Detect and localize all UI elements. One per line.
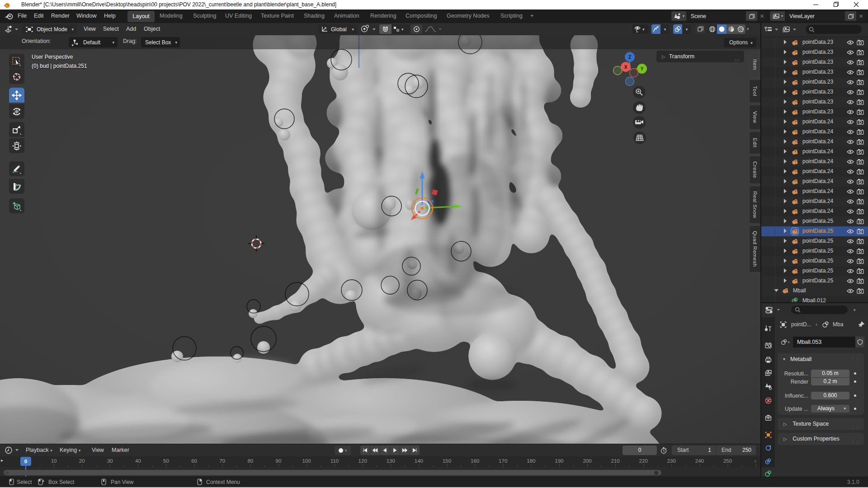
- svg-text:Y: Y: [641, 66, 644, 71]
- svg-text:Z: Z: [628, 55, 631, 60]
- svg-text:X: X: [624, 65, 627, 70]
